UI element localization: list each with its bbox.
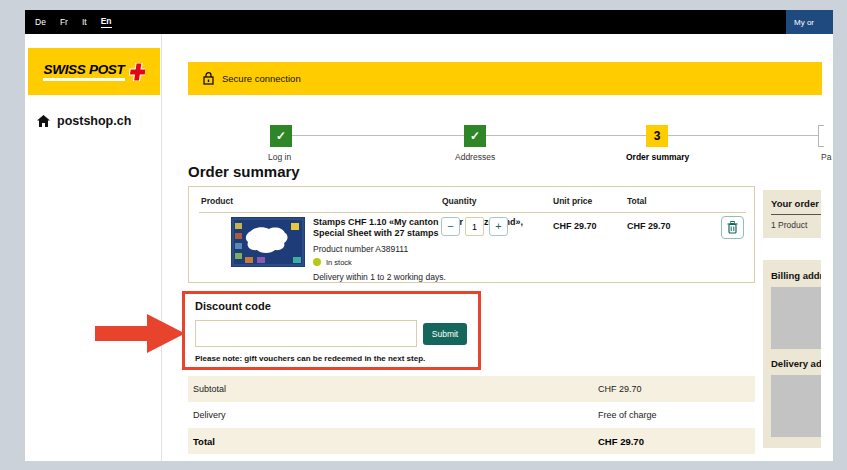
col-header-total: Total xyxy=(627,196,647,206)
swiss-cross-icon xyxy=(129,63,145,81)
product-number: Product number A389111 xyxy=(313,244,548,254)
in-stock-label: In stock xyxy=(326,258,352,267)
lang-it[interactable]: It xyxy=(82,17,87,28)
lang-fr[interactable]: Fr xyxy=(60,17,68,28)
subtotal-value: CHF 29.70 xyxy=(598,384,642,394)
quantity-input[interactable] xyxy=(465,217,484,236)
swiss-post-logo[interactable]: SWISS POST xyxy=(28,48,160,95)
delivery-label: Delivery xyxy=(193,410,226,420)
step-order-summary-badge: 3 xyxy=(646,125,668,147)
col-header-quantity: Quantity xyxy=(442,196,476,206)
quantity-decrease-button[interactable]: − xyxy=(441,217,460,236)
secure-connection-label: Secure connection xyxy=(222,73,301,84)
home-link[interactable]: postshop.ch xyxy=(37,114,131,128)
discount-note: Please note: gift vouchers can be redeem… xyxy=(195,354,425,363)
lang-de[interactable]: De xyxy=(35,17,46,28)
step-login-label[interactable]: Log in xyxy=(268,152,291,162)
stock-status: In stock xyxy=(313,258,548,267)
page-title: Order summary xyxy=(188,163,300,180)
addresses-panel: Billing addre Delivery add xyxy=(763,260,821,448)
in-stock-dot-icon xyxy=(313,258,321,266)
steps-connector-line xyxy=(281,135,820,136)
home-icon xyxy=(37,115,50,127)
your-order-title: Your order xyxy=(771,198,821,209)
my-account-button[interactable]: My or xyxy=(786,10,833,34)
secure-connection-banner: Secure connection xyxy=(188,62,822,95)
discount-submit-button[interactable]: Submit xyxy=(423,323,467,345)
delivery-row: Delivery Free of charge xyxy=(188,402,755,428)
line-total-value: CHF 29.70 xyxy=(627,221,671,231)
quantity-increase-button[interactable]: + xyxy=(489,217,508,236)
step-addresses-check-icon: ✓ xyxy=(464,125,486,147)
your-order-panel: Your order 1 Product xyxy=(763,190,821,238)
billing-address-title: Billing addre xyxy=(771,270,821,281)
screenshot-frame: De Fr It En My or SWISS POST xyxy=(0,0,847,470)
your-order-count: 1 Product xyxy=(771,220,821,230)
quantity-stepper: − + xyxy=(441,217,508,236)
home-label: postshop.ch xyxy=(57,114,131,128)
table-header-divider xyxy=(199,212,746,213)
swiss-post-logo-text: SWISS POST xyxy=(43,62,124,81)
step-login-check-icon: ✓ xyxy=(270,125,292,147)
delivery-info: Delivery within 1 to 2 working days. xyxy=(313,272,548,282)
discount-code-section: Discount code Submit Please note: gift v… xyxy=(182,291,481,370)
page: De Fr It En My or SWISS POST xyxy=(25,10,833,461)
product-info: Stamps CHF 1.10 «My canton – our Switzer… xyxy=(313,217,548,282)
col-header-product: Product xyxy=(201,196,233,206)
order-totals: Subtotal CHF 29.70 Delivery Free of char… xyxy=(188,376,755,454)
delivery-address-title: Delivery add xyxy=(771,358,821,369)
total-label: Total xyxy=(193,436,215,447)
trash-icon xyxy=(727,221,738,234)
discount-code-input[interactable] xyxy=(195,320,417,347)
delivery-value: Free of charge xyxy=(598,410,657,420)
lock-icon xyxy=(203,72,214,85)
product-image[interactable] xyxy=(231,217,305,267)
step-addresses-label[interactable]: Addresses xyxy=(455,152,495,162)
language-switcher: De Fr It En xyxy=(35,10,112,34)
top-bar: De Fr It En My or xyxy=(25,10,833,34)
remove-item-button[interactable] xyxy=(721,216,744,239)
step-payment-label: Pa xyxy=(821,152,831,162)
subtotal-label: Subtotal xyxy=(193,384,226,394)
order-items-table: Product Quantity Unit price Total xyxy=(188,186,755,283)
delivery-address-placeholder xyxy=(771,375,821,437)
discount-code-heading: Discount code xyxy=(195,300,271,312)
step-order-summary-label: Order summary xyxy=(626,152,689,162)
billing-address-placeholder xyxy=(771,287,821,349)
total-row: Total CHF 29.70 xyxy=(188,428,755,454)
your-order-divider xyxy=(771,214,821,215)
step-payment-badge-partial xyxy=(818,125,824,147)
subtotal-row: Subtotal CHF 29.70 xyxy=(188,376,755,402)
product-title[interactable]: Stamps CHF 1.10 «My canton – our Switzer… xyxy=(313,217,548,240)
col-header-unit-price: Unit price xyxy=(553,196,592,206)
annotation-arrow xyxy=(95,313,186,358)
lang-en[interactable]: En xyxy=(101,16,112,28)
sidebar-divider xyxy=(161,34,162,461)
total-value: CHF 29.70 xyxy=(598,436,644,447)
unit-price-value: CHF 29.70 xyxy=(553,221,597,231)
